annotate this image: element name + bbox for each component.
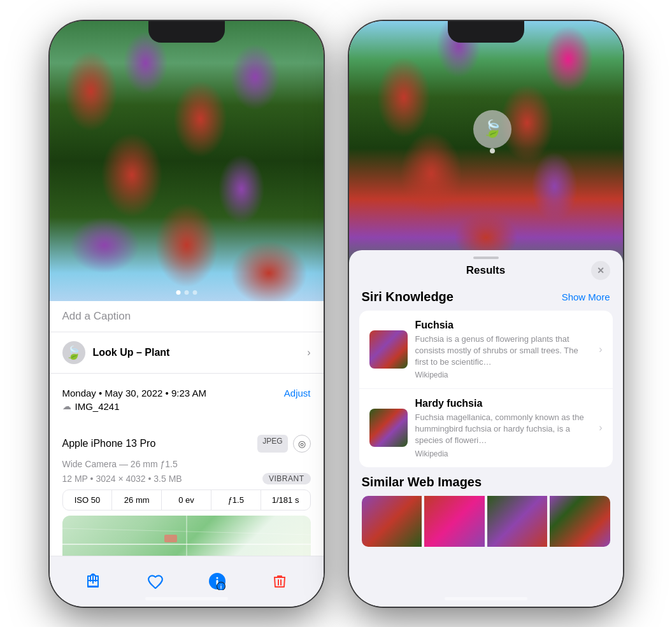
info-button[interactable]: i (203, 567, 231, 595)
left-phone: Add a Caption 🍃 Look Up – Plant › Monday… (50, 21, 324, 607)
similar-section: Similar Web Images (349, 472, 623, 547)
right-home-indicator (445, 597, 527, 600)
similar-images-row (362, 496, 610, 547)
home-indicator (145, 597, 228, 600)
exif-shutter: 1/181 s (261, 490, 310, 510)
hardy-desc: Fuchsia magellanica, commonly known as t… (415, 412, 592, 447)
photo-display[interactable] (50, 21, 324, 301)
camera-spec: Wide Camera — 26 mm ƒ1.5 (62, 459, 311, 469)
knowledge-card: Fuchsia Fuchsia is a genus of flowering … (359, 311, 613, 467)
hardy-source: Wikipedia (415, 449, 592, 458)
similar-title: Similar Web Images (362, 475, 610, 490)
similar-img-1[interactable] (362, 496, 422, 547)
fuchsia-content: Fuchsia Fuchsia is a genus of flowering … (415, 320, 592, 380)
hardy-fuchsia-item[interactable]: Hardy fuchsia Fuchsia magellanica, commo… (359, 389, 613, 467)
right-phone: 🍃 Results ✕ Siri Knowledge Show More (349, 21, 623, 607)
results-title: Results (466, 264, 505, 277)
photo-date: Monday • May 30, 2022 • 9:23 AM (62, 388, 206, 398)
similar-img-2[interactable] (424, 496, 485, 547)
photo-location: ☁ IMG_4241 (62, 401, 311, 412)
metadata-section: Monday • May 30, 2022 • 9:23 AM Adjust ☁… (50, 379, 324, 421)
exif-iso: ISO 50 (63, 490, 113, 510)
caption-area[interactable]: Add a Caption (50, 301, 324, 332)
fuchsia-thumbnail (369, 330, 408, 369)
drag-handle[interactable] (473, 257, 499, 259)
exif-ev: 0 ev (162, 490, 211, 510)
location-badge-icon: ◎ (293, 435, 311, 453)
lookup-text: Look Up – Plant (93, 347, 170, 358)
delete-button[interactable] (266, 567, 294, 595)
exif-row: ISO 50 26 mm 0 ev ƒ1.5 1/181 s (62, 490, 311, 511)
lookup-chevron: › (307, 347, 310, 358)
hardy-thumbnail (369, 409, 408, 447)
svg-rect-4 (164, 535, 177, 542)
fuchsia-chevron: › (599, 344, 602, 355)
hardy-chevron: › (599, 422, 602, 433)
hardy-name: Hardy fuchsia (415, 398, 592, 409)
svg-point-8 (217, 577, 218, 579)
fuchsia-desc: Fuchsia is a genus of flowering plants t… (415, 334, 592, 369)
adjust-button[interactable]: Adjust (284, 388, 311, 398)
results-header: Results ✕ (349, 264, 623, 285)
favorite-button[interactable] (141, 567, 169, 595)
vibrant-badge: VIBRANT (262, 473, 311, 484)
show-more-button[interactable]: Show More (562, 292, 610, 302)
similar-img-4[interactable] (550, 496, 610, 547)
similar-img-3[interactable] (487, 496, 548, 547)
hardy-content: Hardy fuchsia Fuchsia magellanica, commo… (415, 398, 592, 458)
share-button[interactable] (79, 567, 107, 595)
svg-text:i: i (220, 584, 222, 590)
lookup-row[interactable]: 🍃 Look Up – Plant › (50, 332, 324, 374)
close-button[interactable]: ✕ (591, 261, 610, 280)
siri-knowledge-title: Siri Knowledge (362, 290, 454, 304)
right-photo-display[interactable]: 🍃 (349, 21, 623, 276)
fuchsia-item[interactable]: Fuchsia Fuchsia is a genus of flowering … (359, 311, 613, 390)
caption-placeholder[interactable]: Add a Caption (62, 310, 131, 322)
results-panel: Results ✕ Siri Knowledge Show More Fuchs… (349, 250, 623, 607)
leaf-icon: 🍃 (66, 345, 82, 360)
fuchsia-name: Fuchsia (415, 320, 592, 331)
exif-focal: 26 mm (112, 490, 162, 510)
fuchsia-source: Wikipedia (415, 370, 592, 379)
cloud-icon: ☁ (62, 401, 71, 411)
siri-knowledge-header: Siri Knowledge Show More (349, 285, 623, 311)
lookup-icon: 🍃 (62, 341, 85, 364)
mp-info: 12 MP • 3024 × 4032 • 3.5 MB (62, 474, 182, 484)
siri-visual-lookup-icon: 🍃 (473, 110, 511, 148)
format-badge: JPEG (257, 435, 287, 453)
device-name: Apple iPhone 13 Pro (62, 438, 156, 449)
exif-aperture: ƒ1.5 (211, 490, 261, 510)
